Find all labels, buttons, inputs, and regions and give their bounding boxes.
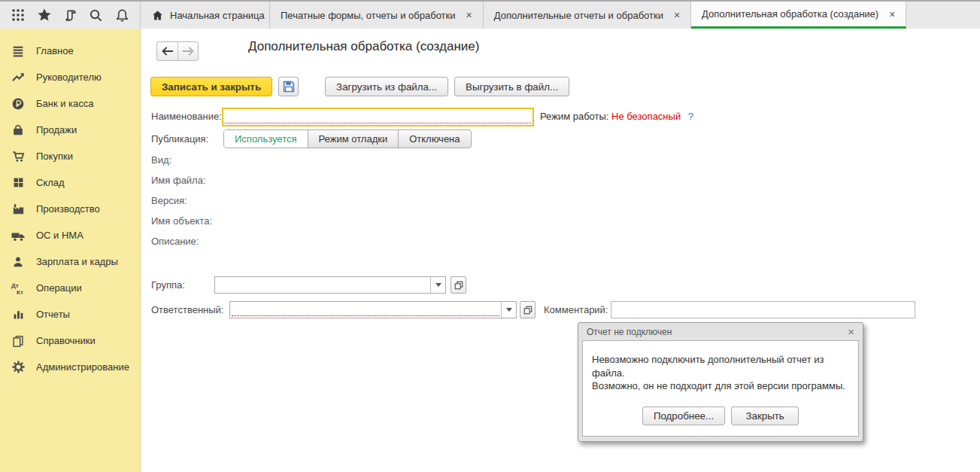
- dialog-body: Невозможно подключить дополнительный отч…: [582, 340, 859, 437]
- work-mode-row: Режим работы: Не безопасный ?: [540, 111, 693, 122]
- favorites-star-icon[interactable]: [35, 6, 53, 24]
- sidebar-item-label: Администрирование: [36, 361, 129, 373]
- sidebar-item-warehouse[interactable]: Склад: [0, 169, 140, 196]
- dialog-close-icon[interactable]: ×: [848, 325, 854, 338]
- sidebar-item-sales[interactable]: Продажи: [0, 117, 140, 143]
- help-link[interactable]: ?: [688, 111, 693, 122]
- bar-chart-icon: [11, 307, 26, 322]
- work-mode-label: Режим работы:: [540, 111, 608, 122]
- comment-label: Комментарий:: [544, 304, 608, 315]
- search-icon[interactable]: [87, 6, 105, 24]
- group-dropdown-button[interactable]: [430, 277, 445, 293]
- nav-history-group: [156, 41, 199, 61]
- person-icon: [11, 254, 26, 269]
- cart-icon: [11, 149, 26, 164]
- details-button[interactable]: Подробнее...: [642, 407, 725, 425]
- comment-input[interactable]: [611, 302, 915, 318]
- open-windows-icon: [454, 281, 463, 290]
- tab-close-icon[interactable]: ×: [466, 10, 472, 20]
- name-label: Наименование:: [151, 111, 222, 122]
- sidebar-item-reports[interactable]: Отчеты: [0, 301, 140, 327]
- menu-grid-icon[interactable]: [9, 6, 27, 24]
- tab-print-forms[interactable]: Печатные формы, отчеты и обработки ×: [270, 2, 484, 29]
- chevron-down-icon: [506, 308, 512, 312]
- history-scroll-icon[interactable]: [61, 6, 79, 24]
- notifications-bell-icon[interactable]: [113, 6, 131, 24]
- kind-label: Вид:: [151, 154, 171, 166]
- publication-option-used[interactable]: Используется: [224, 130, 308, 148]
- bag-icon: [11, 123, 26, 138]
- dialog-title-bar[interactable]: Отчет не подключен ×: [582, 323, 859, 340]
- sidebar-item-label: Производство: [36, 203, 100, 215]
- sidebar-item-label: Зарплата и кадры: [36, 256, 118, 267]
- file-name-label: Имя файла:: [151, 175, 206, 186]
- tab-additional-processing-creation[interactable]: Дополнительная обработка (создание) ×: [691, 2, 906, 29]
- sidebar-item-label: Отчеты: [36, 309, 70, 320]
- responsible-dropdown-button[interactable]: [501, 302, 516, 318]
- sidebar-item-operations[interactable]: Дт Кт Операции: [0, 275, 140, 301]
- load-from-file-button[interactable]: Загрузить из файла...: [325, 77, 448, 96]
- sidebar-item-fixed-assets[interactable]: ОС и НМА: [0, 222, 140, 248]
- publication-option-debug[interactable]: Режим отладки: [308, 130, 399, 148]
- truck-icon: [11, 228, 26, 243]
- name-input[interactable]: [223, 109, 532, 125]
- ruble-coin-icon: [11, 96, 26, 111]
- sidebar-item-label: Склад: [36, 177, 65, 188]
- dt-kt-icon: Дт Кт: [11, 281, 26, 296]
- save-and-close-button[interactable]: Записать и закрыть: [150, 77, 272, 96]
- tab-additional-reports[interactable]: Дополнительные отчеты и обработки ×: [484, 2, 691, 29]
- group-label: Группа:: [151, 279, 185, 291]
- sidebar-item-bank-cash[interactable]: Банк и касса: [0, 90, 140, 117]
- tab-home[interactable]: Начальная страница: [141, 2, 270, 29]
- group-input[interactable]: [215, 277, 430, 293]
- sidebar-item-production[interactable]: Производство: [0, 196, 140, 222]
- work-mode-value: Не безопасный: [611, 111, 681, 122]
- publication-option-disabled[interactable]: Отключена: [398, 130, 470, 148]
- group-combobox: [214, 276, 446, 294]
- sidebar-item-label: Руководителю: [36, 72, 102, 83]
- tab-bar: Начальная страница Печатные формы, отчет…: [141, 2, 980, 29]
- home-icon: [151, 9, 164, 22]
- sidebar-item-salary-hr[interactable]: Зарплата и кадры: [0, 248, 140, 275]
- sidebar-item-main[interactable]: Главное: [0, 38, 140, 64]
- tab-close-icon[interactable]: ×: [674, 10, 680, 20]
- report-not-connected-dialog: Отчет не подключен × Невозможно подключи…: [578, 322, 863, 442]
- trend-up-icon: [11, 70, 26, 85]
- sidebar-item-directories[interactable]: Справочники: [0, 327, 140, 354]
- description-label: Описание:: [151, 236, 199, 247]
- back-button[interactable]: [157, 42, 177, 60]
- responsible-combobox: [229, 301, 517, 318]
- dialog-message-line1: Невозможно подключить дополнительный отч…: [592, 353, 849, 379]
- dialog-title: Отчет не подключен: [587, 327, 672, 337]
- responsible-label: Ответственный:: [151, 304, 223, 315]
- sidebar-item-manager[interactable]: Руководителю: [0, 64, 140, 90]
- dialog-buttons: Подробнее... Закрыть: [592, 407, 849, 425]
- open-windows-icon: [523, 306, 532, 315]
- form-area: Дополнительная обработка (создание) Запи…: [141, 29, 980, 472]
- floppy-disk-icon: [283, 81, 295, 93]
- responsible-input[interactable]: [230, 302, 501, 318]
- publication-switch: Используется Режим отладки Отключена: [223, 129, 472, 148]
- close-button[interactable]: Закрыть: [731, 407, 799, 425]
- page-title: Дополнительная обработка (создание): [248, 39, 479, 54]
- sidebar-item-administration[interactable]: Администрирование: [0, 354, 140, 380]
- object-name-label: Имя объекта:: [151, 215, 212, 227]
- sidebar-item-label: Справочники: [36, 335, 96, 346]
- menu-icon: [11, 44, 26, 59]
- warehouse-icon: [11, 175, 26, 190]
- quick-tool-strip: [0, 2, 141, 29]
- publication-label: Публикация:: [151, 133, 208, 145]
- chevron-down-icon: [435, 283, 441, 287]
- responsible-open-button[interactable]: [520, 301, 536, 318]
- group-open-button[interactable]: [451, 276, 466, 294]
- sidebar: Главное Руководителю Банк и касса Продаж…: [0, 29, 141, 472]
- dialog-message-line2: Возможно, он не подходит для этой версии…: [592, 379, 849, 393]
- svg-text:Дт: Дт: [11, 282, 19, 289]
- sidebar-item-purchases[interactable]: Покупки: [0, 143, 140, 169]
- comment-input-wrapper: [611, 301, 915, 318]
- tab-close-icon[interactable]: ×: [889, 9, 895, 20]
- books-icon: [11, 333, 26, 349]
- save-button[interactable]: [278, 77, 299, 96]
- forward-button[interactable]: [177, 42, 198, 60]
- unload-to-file-button[interactable]: Выгрузить в файл...: [454, 77, 569, 96]
